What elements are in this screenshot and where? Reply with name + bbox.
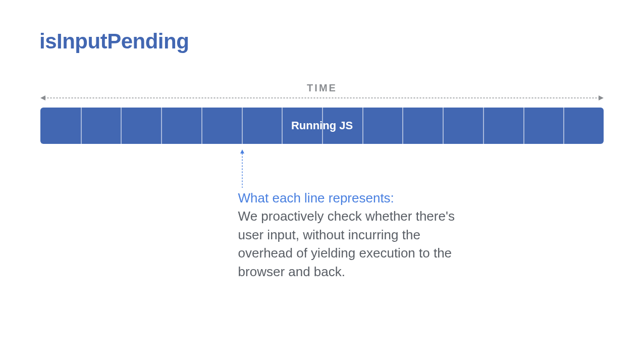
svg-marker-1 bbox=[40, 95, 45, 100]
callout-body: We proactively check whether there's use… bbox=[238, 209, 455, 279]
timeline-axis bbox=[40, 95, 604, 101]
axis-label-time: TIME bbox=[0, 82, 644, 94]
callout-text: What each line represents: We proactivel… bbox=[238, 189, 455, 281]
callout-heading: What each line represents: bbox=[238, 190, 394, 205]
svg-marker-4 bbox=[240, 149, 244, 153]
svg-marker-2 bbox=[599, 95, 604, 100]
page-title: isInputPending bbox=[39, 29, 605, 54]
running-js-bar: Running JS bbox=[40, 108, 604, 144]
callout-connector bbox=[240, 149, 244, 188]
bar-label: Running JS bbox=[40, 108, 604, 144]
slide: isInputPending TIME Running JS What each… bbox=[0, 0, 644, 362]
